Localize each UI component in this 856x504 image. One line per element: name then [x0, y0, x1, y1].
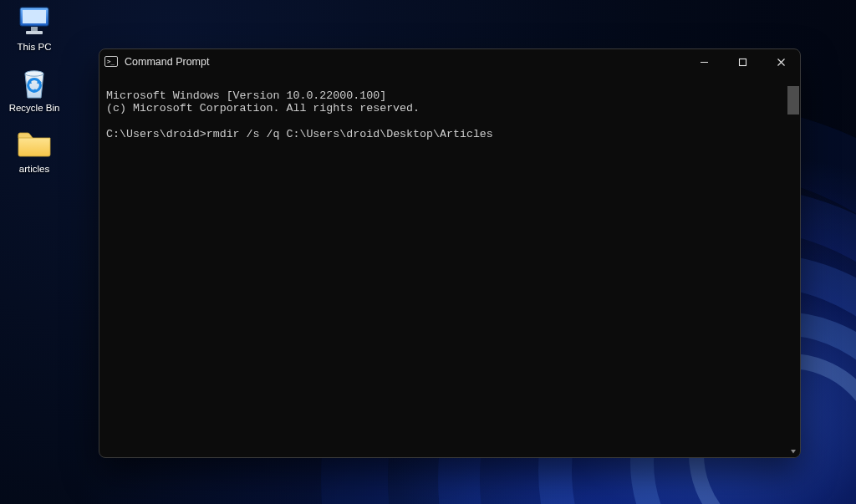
recycle-bin-icon [16, 66, 53, 99]
close-button[interactable] [762, 49, 800, 74]
scroll-down-icon[interactable] [787, 445, 799, 457]
svg-rect-2 [31, 27, 38, 31]
scrollbar[interactable] [787, 74, 799, 457]
svg-marker-15 [791, 450, 796, 454]
svg-point-4 [25, 71, 43, 76]
svg-text:>_: >_ [107, 58, 115, 65]
svg-rect-11 [739, 59, 746, 65]
desktop-icon-articles[interactable]: articles [3, 127, 65, 175]
console-line: Microsoft Windows [Version 10.0.22000.10… [106, 89, 386, 102]
desktop-icon-this-pc[interactable]: This PC [3, 5, 65, 53]
command-prompt-window: >_ Command Prompt Micr [99, 48, 801, 458]
computer-icon [16, 5, 53, 38]
console-prompt: C:\Users\droid> [106, 128, 206, 140]
console-line: (c) Microsoft Corporation. All rights re… [106, 102, 420, 115]
window-title: Command Prompt [125, 56, 209, 68]
desktop[interactable]: This PC [0, 0, 856, 504]
window-controls [685, 49, 800, 74]
command-prompt-icon: >_ [104, 55, 118, 69]
maximize-button[interactable] [723, 49, 762, 74]
console-body[interactable]: Microsoft Windows [Version 10.0.22000.10… [99, 74, 800, 457]
desktop-icons: This PC [3, 5, 65, 176]
desktop-icon-recycle-bin[interactable]: Recycle Bin [3, 66, 65, 114]
svg-rect-1 [23, 10, 46, 23]
scroll-thumb[interactable] [787, 86, 799, 115]
folder-icon [16, 127, 53, 160]
titlebar[interactable]: >_ Command Prompt [99, 49, 800, 74]
desktop-icon-label: This PC [18, 42, 52, 53]
desktop-icon-label: articles [19, 164, 49, 175]
svg-rect-3 [26, 31, 43, 34]
console-command[interactable]: rmdir /s /q C:\Users\droid\Desktop\Artic… [206, 128, 493, 140]
minimize-button[interactable] [685, 49, 723, 74]
desktop-icon-label: Recycle Bin [9, 103, 60, 114]
